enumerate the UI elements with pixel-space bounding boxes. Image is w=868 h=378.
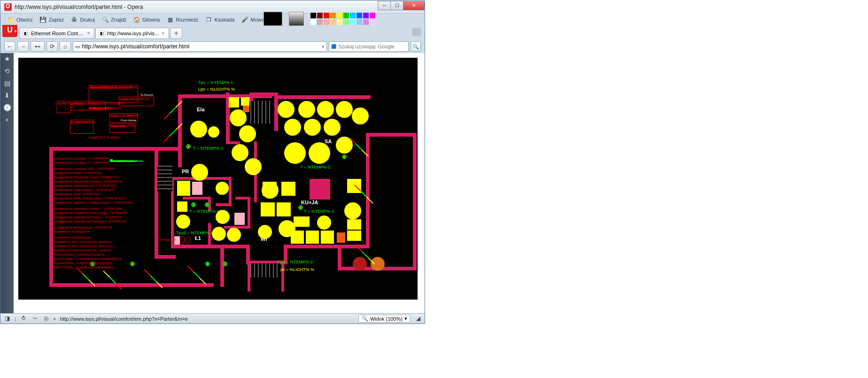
arrange-button[interactable]: ▦Rozmieść xyxy=(163,15,201,24)
sensor[interactable] xyxy=(205,202,209,207)
light[interactable] xyxy=(278,101,294,118)
hot-block[interactable] xyxy=(337,232,345,243)
light-sq[interactable] xyxy=(277,202,291,216)
color-swatch[interactable] xyxy=(370,13,375,18)
light[interactable] xyxy=(227,228,241,242)
home-addr-button[interactable]: ⌂ xyxy=(60,41,71,52)
light[interactable] xyxy=(284,119,301,136)
light-sq[interactable] xyxy=(241,97,249,106)
color-swatch[interactable] xyxy=(337,19,342,25)
light-sq[interactable] xyxy=(321,231,334,244)
light[interactable] xyxy=(232,144,248,161)
heater-block[interactable] xyxy=(192,182,202,195)
light-sq[interactable] xyxy=(229,97,239,108)
add-panel-icon[interactable]: + xyxy=(3,116,11,124)
gwc-box[interactable]: GWC T = %TEMP3% xyxy=(57,101,71,113)
color-swatch[interactable] xyxy=(310,19,316,25)
heater-block[interactable] xyxy=(234,213,245,225)
light[interactable] xyxy=(336,101,353,118)
color-swatch[interactable] xyxy=(356,19,362,25)
light[interactable] xyxy=(239,125,256,142)
search-button[interactable]: 🔍 xyxy=(411,41,421,52)
light-sq[interactable] xyxy=(306,231,319,244)
url-field[interactable]: ▭ ▾ xyxy=(73,41,327,52)
tab-close-icon[interactable]: × xyxy=(161,30,166,37)
turbo-icon[interactable]: ◎ xyxy=(42,315,50,323)
search-field[interactable]: 🟦 xyxy=(329,41,409,52)
light-sq[interactable] xyxy=(177,181,190,196)
tab-close-icon[interactable]: × xyxy=(86,30,91,37)
dropdown-icon[interactable]: ▾ xyxy=(322,44,325,50)
speech-button[interactable]: 🎤Mowa xyxy=(238,15,267,24)
color-swatch[interactable] xyxy=(350,19,356,25)
light-sq[interactable] xyxy=(347,231,361,241)
closed-tabs-icon[interactable] xyxy=(412,28,421,36)
sensor[interactable] xyxy=(186,144,191,149)
light[interactable] xyxy=(212,227,226,241)
color-swatch[interactable] xyxy=(330,19,336,25)
light[interactable] xyxy=(216,210,230,224)
sensor[interactable] xyxy=(223,262,227,266)
downloads-icon[interactable]: ⬇ xyxy=(3,92,11,100)
minimize-button[interactable]: ─ xyxy=(378,1,391,10)
color-swatch[interactable] xyxy=(363,19,369,25)
resize-grip-icon[interactable]: ◢ xyxy=(414,315,422,323)
bookmarks-icon[interactable]: ★ xyxy=(3,55,11,63)
heater-block[interactable] xyxy=(310,179,330,200)
orb-orange[interactable] xyxy=(371,257,385,271)
color-swatch[interactable] xyxy=(343,13,349,18)
light[interactable] xyxy=(191,164,208,181)
home-button[interactable]: 🏠Główna xyxy=(130,15,163,24)
color-swatch[interactable] xyxy=(324,19,329,25)
light-sq[interactable] xyxy=(291,231,304,244)
buffer-box[interactable]: Buffer T = %TEMP2% T = %TEMP11% xyxy=(70,120,93,134)
panel-toggle-icon[interactable]: ◨ xyxy=(3,315,11,323)
light[interactable] xyxy=(245,158,262,175)
color-swatch[interactable] xyxy=(363,13,369,18)
forward-button[interactable]: → xyxy=(17,41,29,52)
sensor[interactable] xyxy=(298,205,303,210)
light[interactable] xyxy=(304,119,321,136)
light-sq[interactable] xyxy=(281,182,295,196)
light[interactable] xyxy=(309,142,330,164)
tab-isys[interactable]: ◧ http://www.isys.pl/vis... × xyxy=(95,28,169,39)
sync-icon[interactable]: ⥁ xyxy=(20,315,27,323)
orb-red[interactable] xyxy=(353,257,367,271)
color-swatch[interactable] xyxy=(317,13,323,18)
swatch-current[interactable] xyxy=(264,12,282,26)
color-swatch[interactable] xyxy=(330,13,336,18)
search-input[interactable] xyxy=(338,44,406,49)
sync-icon[interactable]: ⟲ xyxy=(3,67,11,76)
tab-ethernet[interactable]: ◧ Ethernet Room Control... × xyxy=(19,28,94,39)
light[interactable] xyxy=(298,101,315,118)
light[interactable] xyxy=(208,126,219,138)
back-button[interactable]: ← xyxy=(4,41,16,52)
sensor[interactable] xyxy=(342,154,347,159)
color-swatch[interactable] xyxy=(310,13,316,18)
sensor[interactable] xyxy=(205,262,210,266)
save-button[interactable]: 💾Zapisz xyxy=(37,15,67,24)
light[interactable] xyxy=(317,101,334,118)
link-icon[interactable]: ⤳ xyxy=(31,315,39,323)
light[interactable] xyxy=(352,108,369,124)
light-sq[interactable] xyxy=(347,219,361,230)
light[interactable] xyxy=(344,202,361,219)
new-tab-button[interactable]: + xyxy=(170,28,182,39)
zoom-control[interactable]: 🔍 Widok (100%) ▾ xyxy=(358,315,411,323)
color-swatch[interactable] xyxy=(350,13,356,18)
color-swatch[interactable] xyxy=(337,13,342,18)
light-sq[interactable] xyxy=(347,179,361,193)
history-icon[interactable]: 🕘 xyxy=(3,104,11,112)
light-sq[interactable] xyxy=(263,182,277,196)
light[interactable] xyxy=(190,121,207,138)
color-swatch[interactable] xyxy=(370,19,375,25)
light[interactable] xyxy=(258,225,272,239)
maximize-button[interactable]: ☐ xyxy=(390,1,403,10)
sensor[interactable] xyxy=(191,202,196,207)
light-sq[interactable] xyxy=(261,202,275,216)
swatch-gradient[interactable] xyxy=(289,12,304,26)
wand-button[interactable]: ⊷ xyxy=(31,41,45,52)
close-button[interactable]: ✕ xyxy=(403,1,425,10)
reload-button[interactable]: ⟳ xyxy=(46,41,58,52)
print-button[interactable]: 🖶Drukuj xyxy=(68,15,98,24)
